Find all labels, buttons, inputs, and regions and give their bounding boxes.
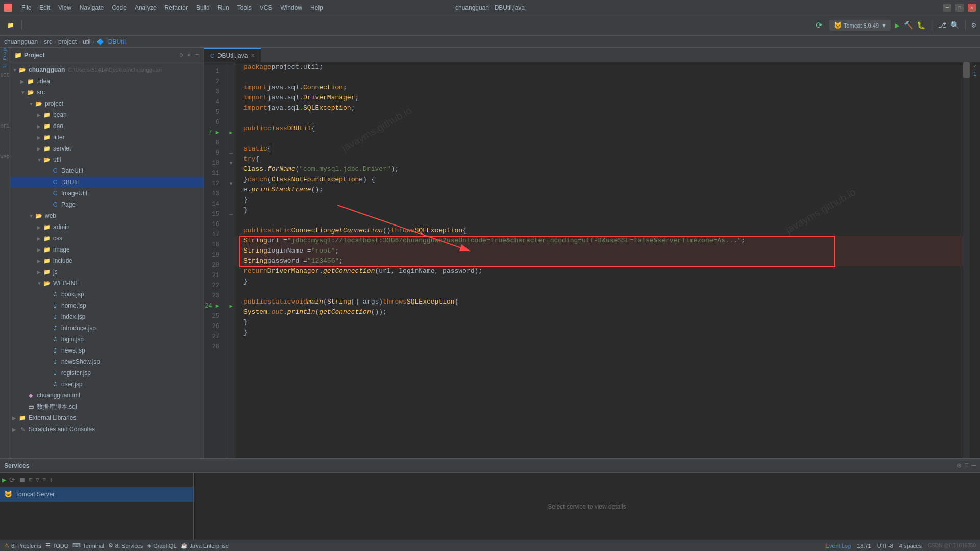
tree-idea[interactable]: ▶ 📁 .idea: [10, 76, 204, 87]
breadcrumb-project2[interactable]: project: [58, 38, 77, 45]
tree-news-jsp[interactable]: ▶Jnews.jsp: [10, 345, 204, 356]
services-filter-btn[interactable]: ▽: [36, 476, 39, 484]
gutter-24-runnable[interactable]: ▶: [227, 301, 235, 311]
tab-close-button[interactable]: ✕: [251, 53, 255, 58]
git-btn[interactable]: ⎇: [938, 21, 946, 30]
tree-webinf[interactable]: ▼ 📂 WEB-INF: [10, 278, 204, 289]
breadcrumb-project[interactable]: chuangguan: [4, 38, 38, 45]
java-enterprise-status[interactable]: ☕ Java Enterprise: [181, 542, 229, 549]
project-tool-icon[interactable]: 1: Project: [1, 50, 10, 59]
tree-js[interactable]: ▶ 📁 js: [10, 266, 204, 278]
indent-indicator[interactable]: 4 spaces: [899, 543, 922, 549]
tree-user-jsp[interactable]: ▶Juser.jsp: [10, 379, 204, 390]
menu-tools[interactable]: Tools: [234, 3, 255, 12]
tree-src[interactable]: ▼ 📂 src: [10, 87, 204, 98]
tree-css[interactable]: ▶ 📁 css: [10, 233, 204, 244]
problems-status[interactable]: ⚠ 6: Problems: [4, 542, 41, 549]
debug-button[interactable]: 🐛: [917, 21, 925, 30]
tree-book-jsp[interactable]: ▶Jbook.jsp: [10, 289, 204, 300]
services-log-btn[interactable]: ≡: [42, 477, 46, 484]
menu-view[interactable]: View: [55, 3, 75, 12]
terminal-status[interactable]: ⌨ Terminal: [72, 542, 104, 549]
menu-code[interactable]: Code: [109, 3, 130, 12]
favorites-icon[interactable]: Favorites: [1, 121, 10, 131]
menu-help[interactable]: Help: [307, 3, 326, 12]
run-config-dropdown-icon[interactable]: ▼: [881, 22, 887, 29]
tree-project[interactable]: ▼ 📂 project: [10, 98, 204, 109]
structure-icon[interactable]: Structure: [1, 70, 10, 80]
gutter-10-fold[interactable]: ▼: [227, 158, 235, 168]
panel-settings-icon[interactable]: ⚙: [957, 461, 961, 470]
tree-iml[interactable]: ▶ ◆ chuangguan.iml: [10, 390, 204, 401]
editor-scrollbar[interactable]: [963, 62, 970, 458]
menu-edit[interactable]: Edit: [36, 3, 53, 12]
breadcrumb-dbutil[interactable]: 🔷 DBUtil: [96, 38, 125, 45]
graphql-status[interactable]: ◈ GraphQL: [147, 542, 176, 549]
web-icon[interactable]: Web: [1, 152, 10, 161]
tree-dao[interactable]: ▶ 📁 dao: [10, 120, 204, 132]
tree-sql[interactable]: ▶ 🗃 数据库脚本.sql: [10, 401, 204, 412]
tree-bean[interactable]: ▶ 📁 bean: [10, 109, 204, 120]
panel-minimize-icon[interactable]: —: [972, 461, 976, 470]
tree-imageutil[interactable]: ▶ C ImageUtil: [10, 188, 204, 199]
tree-index-jsp[interactable]: ▶Jindex.jsp: [10, 311, 204, 322]
encoding-indicator[interactable]: UTF-8: [877, 543, 893, 549]
panel-tool-gear[interactable]: ≡: [186, 50, 192, 60]
tree-image[interactable]: ▶ 📁 image: [10, 244, 204, 255]
services-add-btn[interactable]: +: [49, 476, 53, 484]
search-everywhere-btn[interactable]: 🔍: [950, 21, 959, 30]
panel-gear-icon[interactable]: ≡: [964, 461, 968, 470]
services-rerun-btn[interactable]: ⟳: [9, 475, 15, 484]
tree-util[interactable]: ▼ 📂 util: [10, 154, 204, 165]
toolbar-open-btn[interactable]: 📁: [4, 20, 17, 31]
build-button[interactable]: 🔨: [904, 21, 913, 30]
tree-servlet[interactable]: ▶ 📁 servlet: [10, 143, 204, 154]
run-configuration[interactable]: 🐱 Tomcat 8.0.49 ▼: [829, 20, 891, 31]
services-run-btn[interactable]: ▶: [2, 475, 6, 484]
tree-web[interactable]: ▼ 📂 web: [10, 210, 204, 221]
services-status[interactable]: ⚙ 8: Services: [108, 542, 143, 549]
maximize-button[interactable]: ❐: [955, 4, 964, 12]
services-group-btn[interactable]: ⊞: [29, 476, 32, 484]
tree-scratches[interactable]: ▶ ✎ Scratches and Consoles: [10, 423, 204, 435]
tree-register-jsp[interactable]: ▶Jregister.jsp: [10, 367, 204, 379]
tree-external-libs[interactable]: ▶ 📁 External Libraries: [10, 412, 204, 423]
tree-root[interactable]: ▼ 📂 chuangguan C:\Users\51414\Desktop\ch…: [10, 64, 204, 76]
tree-include[interactable]: ▶ 📁 include: [10, 255, 204, 266]
menu-vcs[interactable]: VCS: [257, 3, 276, 12]
menu-navigate[interactable]: Navigate: [77, 3, 107, 12]
menu-refactor[interactable]: Refactor: [162, 3, 191, 12]
tree-dbutil[interactable]: ▶ C DBUtil: [10, 177, 204, 188]
menu-analyze[interactable]: Analyze: [132, 3, 160, 12]
tree-dateutil[interactable]: ▶ C DateUtil: [10, 165, 204, 177]
services-stop-btn[interactable]: ⏹: [18, 476, 26, 484]
tree-home-jsp[interactable]: ▶Jhome.jsp: [10, 300, 204, 311]
gutter-12-fold[interactable]: ▼: [227, 179, 235, 189]
event-log-label[interactable]: Event Log: [826, 543, 851, 549]
menu-build[interactable]: Build: [193, 3, 213, 12]
menu-file[interactable]: File: [18, 3, 34, 12]
tomcat-server-item[interactable]: 🐱 Tomcat Server: [0, 487, 193, 502]
scrollbar-thumb[interactable]: [963, 62, 970, 78]
tree-login-jsp[interactable]: ▶Jlogin.jsp: [10, 334, 204, 345]
position-indicator[interactable]: 18:71: [857, 543, 871, 549]
gutter-7-runnable[interactable]: ▶: [227, 128, 235, 138]
tree-filter[interactable]: ▶ 📁 filter: [10, 132, 204, 143]
tree-newsshow-jsp[interactable]: ▶JnewsShow.jsp: [10, 356, 204, 367]
menu-window[interactable]: Window: [277, 3, 305, 12]
panel-tool-minimize[interactable]: —: [194, 50, 200, 60]
settings-btn[interactable]: ⚙: [972, 21, 976, 30]
tree-introduce-jsp[interactable]: ▶Jintroduce.jsp: [10, 322, 204, 334]
run-button[interactable]: ▶: [895, 20, 900, 31]
tab-dbutil[interactable]: C DBUtil.java ✕: [204, 48, 261, 62]
minimize-button[interactable]: —: [943, 4, 951, 12]
toolbar-sync-btn[interactable]: ⟳: [813, 18, 825, 33]
tree-page[interactable]: ▶ C Page: [10, 199, 204, 210]
tree-admin[interactable]: ▶ 📁 admin: [10, 221, 204, 233]
menu-run[interactable]: Run: [215, 3, 232, 12]
todo-status[interactable]: ☰ TODO: [45, 542, 69, 549]
breadcrumb-util[interactable]: util: [83, 38, 90, 45]
close-button[interactable]: ✕: [968, 4, 976, 12]
panel-tool-settings[interactable]: ⚙: [178, 50, 184, 60]
breadcrumb-src[interactable]: src: [44, 38, 52, 45]
